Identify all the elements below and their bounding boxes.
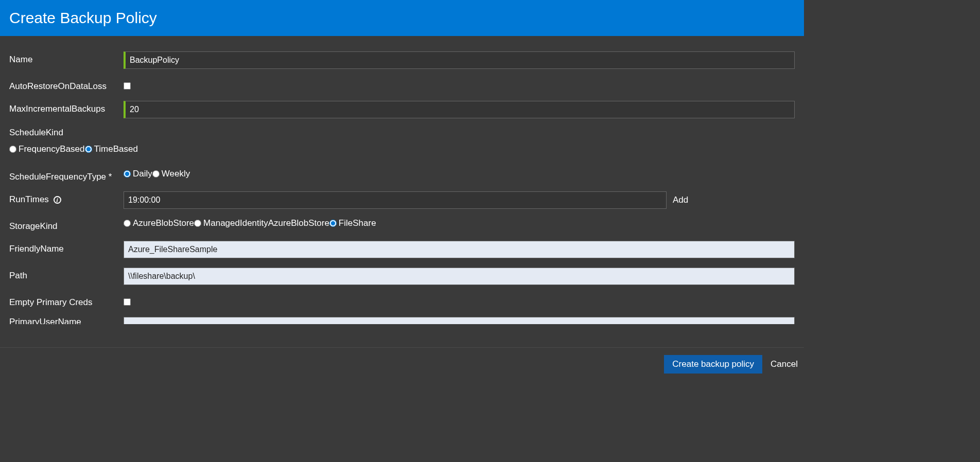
dialog-footer: Create backup policy Cancel bbox=[0, 347, 804, 381]
storage-kind-radio-group: AzureBlobStore ManagedIdentityAzureBlobS… bbox=[124, 218, 376, 228]
form-area[interactable]: Name AutoRestoreOnDataLoss MaxIncrementa… bbox=[0, 36, 804, 347]
radio-label-weekly[interactable]: Weekly bbox=[162, 169, 190, 179]
label-max-incremental: MaxIncrementalBackups bbox=[9, 101, 124, 114]
dialog-title: Create Backup Policy bbox=[9, 9, 795, 27]
row-primary-user-name: PrimaryUserName bbox=[9, 317, 795, 324]
path-input[interactable] bbox=[124, 268, 795, 285]
radio-frequency-based[interactable] bbox=[9, 146, 16, 153]
radio-label-managed-identity[interactable]: ManagedIdentityAzureBlobStore bbox=[203, 218, 329, 228]
max-incremental-input[interactable] bbox=[124, 101, 795, 118]
schedule-kind-radio-group: FrequencyBased TimeBased bbox=[9, 144, 795, 154]
cancel-button[interactable]: Cancel bbox=[771, 355, 798, 374]
label-schedule-frequency-type: ScheduleFrequencyType * bbox=[9, 169, 124, 182]
label-run-times-text: RunTimes bbox=[9, 194, 49, 204]
radio-label-azure-blob-store[interactable]: AzureBlobStore bbox=[133, 218, 194, 228]
empty-primary-creds-checkbox[interactable] bbox=[124, 298, 131, 306]
row-storage-kind: StorageKind AzureBlobStore ManagedIdenti… bbox=[9, 218, 795, 232]
radio-label-file-share[interactable]: FileShare bbox=[339, 218, 376, 228]
create-backup-policy-dialog: Create Backup Policy Name AutoRestoreOnD… bbox=[0, 0, 804, 381]
row-auto-restore: AutoRestoreOnDataLoss bbox=[9, 78, 795, 92]
radio-label-frequency-based[interactable]: FrequencyBased bbox=[19, 144, 85, 154]
row-run-times: RunTimes i Add bbox=[9, 191, 795, 209]
radio-file-share[interactable] bbox=[329, 220, 337, 227]
friendly-name-input[interactable] bbox=[124, 241, 795, 258]
create-backup-policy-button[interactable]: Create backup policy bbox=[664, 355, 762, 374]
label-name: Name bbox=[9, 51, 124, 65]
radio-daily[interactable] bbox=[124, 170, 131, 177]
row-empty-primary-creds: Empty Primary Creds bbox=[9, 294, 795, 308]
row-schedule-kind: ScheduleKind FrequencyBased TimeBased bbox=[9, 128, 795, 154]
radio-label-daily[interactable]: Daily bbox=[133, 169, 152, 179]
radio-weekly[interactable] bbox=[152, 170, 160, 177]
row-path: Path bbox=[9, 268, 795, 285]
label-auto-restore: AutoRestoreOnDataLoss bbox=[9, 78, 124, 92]
run-times-input[interactable] bbox=[124, 191, 667, 209]
label-run-times: RunTimes i bbox=[9, 191, 124, 205]
auto-restore-checkbox[interactable] bbox=[124, 82, 131, 90]
row-friendly-name: FriendlyName bbox=[9, 241, 795, 258]
info-icon[interactable]: i bbox=[54, 196, 61, 204]
label-friendly-name: FriendlyName bbox=[9, 241, 124, 254]
radio-azure-blob-store[interactable] bbox=[124, 220, 131, 227]
radio-label-time-based[interactable]: TimeBased bbox=[94, 144, 138, 154]
label-path: Path bbox=[9, 268, 124, 281]
label-storage-kind: StorageKind bbox=[9, 218, 124, 232]
primary-user-name-input[interactable] bbox=[124, 317, 795, 324]
label-schedule-kind: ScheduleKind bbox=[9, 128, 795, 138]
schedule-frequency-radio-group: Daily Weekly bbox=[124, 169, 190, 179]
add-runtime-link[interactable]: Add bbox=[673, 195, 688, 205]
name-input[interactable] bbox=[124, 51, 795, 69]
dialog-header: Create Backup Policy bbox=[0, 0, 804, 36]
radio-time-based[interactable] bbox=[85, 146, 92, 153]
label-empty-primary-creds: Empty Primary Creds bbox=[9, 294, 124, 308]
label-primary-user-name: PrimaryUserName bbox=[9, 317, 124, 324]
row-schedule-frequency-type: ScheduleFrequencyType * Daily Weekly bbox=[9, 169, 795, 182]
row-max-incremental: MaxIncrementalBackups bbox=[9, 101, 795, 118]
row-name: Name bbox=[9, 51, 795, 69]
radio-managed-identity-azure-blob-store[interactable] bbox=[194, 220, 201, 227]
